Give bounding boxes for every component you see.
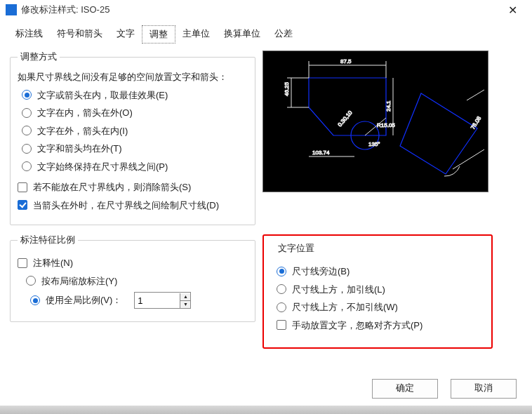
radio-icon <box>277 267 286 276</box>
chk-label: 当箭头在外时，在尺寸界线之间绘制尺寸线(D) <box>33 199 219 213</box>
svg-text:0.30,10: 0.30,10 <box>337 109 354 128</box>
group-text-position: 文字位置 尺寸线旁边(B) 尺寸线上方，加引线(L) 尺寸线上方，不加引线(W)… <box>262 234 493 349</box>
radio-icon <box>22 144 32 154</box>
opt-scale-layout[interactable]: 按布局缩放标注(Y) <box>26 274 248 288</box>
chk-label: 若不能放在尺寸界线内，则消除箭头(S) <box>33 180 191 194</box>
group-fit-method: 调整方式 如果尺寸界线之间没有足够的空间放置文字和箭头： 文字或箭头在内，取最佳… <box>10 51 255 225</box>
titlebar: 修改标注样式: ISO-25 ✕ <box>0 0 532 20</box>
opt-label: 文字在内，箭头在外(O) <box>37 106 133 120</box>
chk-annotative[interactable]: 注释性(N) <box>18 256 248 270</box>
spin-down-icon[interactable]: ▼ <box>180 300 190 308</box>
tab-dimlines[interactable]: 标注线 <box>8 25 50 44</box>
fit-intro: 如果尺寸界线之间没有足够的空间放置文字和箭头： <box>18 70 248 84</box>
checkbox-icon <box>277 320 286 330</box>
opt-label: 使用全局比例(V)： <box>46 293 121 307</box>
ok-button[interactable]: 确定 <box>372 379 438 399</box>
opt-label: 文字在外，箭头在内(I) <box>37 124 128 138</box>
svg-text:24.1: 24.1 <box>385 100 392 112</box>
opt-fit-both-out[interactable]: 文字和箭头均在外(T) <box>22 142 248 156</box>
window-title: 修改标注样式: ISO-25 <box>21 4 109 16</box>
opt-scale-global[interactable]: 使用全局比例(V)： <box>30 293 121 307</box>
svg-text:87.5: 87.5 <box>340 58 352 65</box>
radio-icon <box>22 126 32 135</box>
opt-fit-best[interactable]: 文字或箭头在内，取最佳效果(E) <box>22 88 248 102</box>
svg-line-15 <box>467 90 484 100</box>
opt-textpos-above-noleader[interactable]: 尺寸线上方，不加引线(W) <box>277 300 483 314</box>
radio-icon <box>22 90 32 100</box>
opt-label: 尺寸线旁边(B) <box>292 265 350 279</box>
group-scale: 标注特征比例 注释性(N) 按布局缩放标注(Y) 使用全局比例(V)： ▲ <box>10 234 255 322</box>
checkbox-icon <box>18 182 27 192</box>
global-scale-input[interactable] <box>135 294 180 307</box>
dialog-footer: 确定 取消 <box>0 370 532 406</box>
tab-fit[interactable]: 调整 <box>142 25 175 44</box>
opt-label: 文字始终保持在尺寸界线之间(P) <box>37 160 168 174</box>
radio-icon <box>30 295 40 305</box>
svg-line-16 <box>453 149 484 169</box>
svg-marker-2 <box>400 93 477 174</box>
tab-strip: 标注线 符号和箭头 文字 调整 主单位 换算单位 公差 <box>0 20 532 44</box>
opt-label: 尺寸线上方，不加引线(W) <box>292 300 398 314</box>
chk-label: 手动放置文字，忽略对齐方式(P) <box>292 319 423 333</box>
svg-text:103.74: 103.74 <box>312 149 330 156</box>
svg-text:R15.05: R15.05 <box>377 122 395 128</box>
legend-scale: 标注特征比例 <box>18 234 78 246</box>
radio-icon <box>26 276 36 286</box>
app-icon <box>6 4 17 15</box>
tab-tolerance[interactable]: 公差 <box>267 25 300 44</box>
radio-icon <box>277 284 286 294</box>
chk-label: 注释性(N) <box>33 256 73 270</box>
legend-fit: 调整方式 <box>18 51 60 63</box>
opt-label: 文字和箭头均在外(T) <box>37 142 122 156</box>
radio-icon <box>22 108 32 118</box>
cancel-button[interactable]: 取消 <box>451 379 517 399</box>
opt-fit-keep-between[interactable]: 文字始终保持在尺寸界线之间(P) <box>22 160 248 174</box>
chk-manual-place[interactable]: 手动放置文字，忽略对齐方式(P) <box>277 319 483 333</box>
tab-text[interactable]: 文字 <box>109 25 142 44</box>
spin-global-scale[interactable]: ▲ ▼ <box>134 292 191 309</box>
opt-textpos-above-leader[interactable]: 尺寸线上方，加引线(L) <box>277 283 483 297</box>
chk-suppress-arrows[interactable]: 若不能放在尺寸界线内，则消除箭头(S) <box>18 180 248 194</box>
opt-label: 文字或箭头在内，取最佳效果(E) <box>37 88 168 102</box>
opt-fit-text-in[interactable]: 文字在内，箭头在外(O) <box>22 106 248 120</box>
tab-primary[interactable]: 主单位 <box>175 25 217 44</box>
radio-icon <box>22 161 32 171</box>
checkbox-icon <box>18 258 27 268</box>
spin-up-icon[interactable]: ▲ <box>180 293 190 300</box>
svg-marker-0 <box>309 78 386 135</box>
radio-icon <box>277 302 286 312</box>
tab-symbols[interactable]: 符号和箭头 <box>50 25 109 44</box>
legend-textpos: 文字位置 <box>275 242 317 255</box>
close-icon[interactable]: ✕ <box>498 4 526 17</box>
opt-label: 尺寸线上方，加引线(L) <box>292 283 385 297</box>
svg-text:46.25: 46.25 <box>284 81 290 96</box>
chk-draw-dimline[interactable]: 当箭头在外时，在尺寸界线之间绘制尺寸线(D) <box>18 199 248 213</box>
opt-label: 按布局缩放标注(Y) <box>41 274 117 288</box>
opt-fit-text-out[interactable]: 文字在外，箭头在内(I) <box>22 124 248 138</box>
opt-textpos-beside[interactable]: 尺寸线旁边(B) <box>277 265 483 279</box>
taskbar-strip <box>0 406 532 414</box>
svg-text:135°: 135° <box>368 141 380 147</box>
tab-alternate[interactable]: 换算单位 <box>217 25 267 44</box>
dimension-preview: 87.5 46.25 24.1 103.74 76.08 R15.05 135°… <box>262 51 488 192</box>
svg-text:76.08: 76.08 <box>470 115 483 131</box>
checkbox-icon <box>18 200 27 210</box>
